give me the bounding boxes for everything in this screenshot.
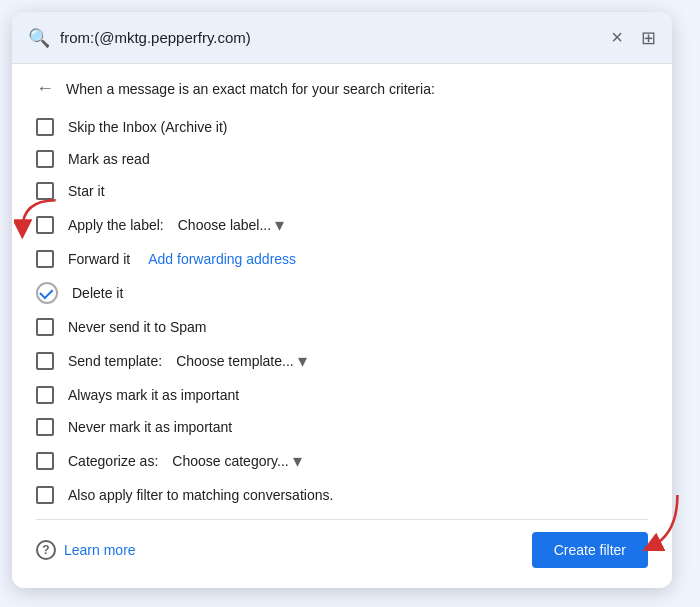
delete-it-label: Delete it xyxy=(72,285,123,301)
learn-more-text: Learn more xyxy=(64,542,136,558)
mark-read-label: Mark as read xyxy=(68,151,150,167)
add-forwarding-address-link[interactable]: Add forwarding address xyxy=(148,251,296,267)
filter-options-list: Skip the Inbox (Archive it) Mark as read… xyxy=(36,111,648,511)
mark-read-checkbox[interactable] xyxy=(36,150,54,168)
apply-label-text: Apply the label: xyxy=(68,217,164,233)
skip-inbox-label: Skip the Inbox (Archive it) xyxy=(68,119,228,135)
filter-body: ← When a message is an exact match for y… xyxy=(12,64,672,588)
never-important-checkbox[interactable] xyxy=(36,418,54,436)
label-dropdown[interactable]: Choose label... ▾ xyxy=(178,214,284,236)
template-dropdown-text: Choose template... xyxy=(176,353,294,369)
filter-dialog: 🔍 × ⊞ ← When a message is an exact match… xyxy=(12,12,672,588)
filter-options-icon[interactable]: ⊞ xyxy=(641,27,656,49)
list-item: Never send it to Spam xyxy=(36,311,648,343)
never-important-label: Never mark it as important xyxy=(68,419,232,435)
back-button[interactable]: ← xyxy=(36,78,54,99)
list-item: Never mark it as important xyxy=(36,411,648,443)
categorize-as-text: Categorize as: xyxy=(68,453,158,469)
delete-it-checkbox[interactable] xyxy=(36,282,58,304)
list-item: Star it xyxy=(36,175,648,207)
list-item: Also apply filter to matching conversati… xyxy=(36,479,648,511)
create-filter-button[interactable]: Create filter xyxy=(532,532,648,568)
never-spam-checkbox[interactable] xyxy=(36,318,54,336)
category-dropdown[interactable]: Choose category... ▾ xyxy=(172,450,301,472)
apply-label-checkbox[interactable] xyxy=(36,216,54,234)
list-item: Skip the Inbox (Archive it) xyxy=(36,111,648,143)
also-apply-checkbox[interactable] xyxy=(36,486,54,504)
star-it-checkbox[interactable] xyxy=(36,182,54,200)
category-dropdown-text: Choose category... xyxy=(172,453,288,469)
list-item: Always mark it as important xyxy=(36,379,648,411)
always-important-checkbox[interactable] xyxy=(36,386,54,404)
list-item: Apply the label: Choose label... ▾ xyxy=(36,207,648,243)
skip-inbox-checkbox[interactable] xyxy=(36,118,54,136)
categorize-as-checkbox[interactable] xyxy=(36,452,54,470)
always-important-label: Always mark it as important xyxy=(68,387,239,403)
filter-header: ← When a message is an exact match for y… xyxy=(36,64,648,111)
help-icon: ? xyxy=(36,540,56,560)
learn-more-link[interactable]: ? Learn more xyxy=(36,540,136,560)
label-dropdown-text: Choose label... xyxy=(178,217,271,233)
filter-footer: ? Learn more Create filter xyxy=(36,519,648,572)
send-template-checkbox[interactable] xyxy=(36,352,54,370)
list-item: Mark as read xyxy=(36,143,648,175)
template-dropdown-arrow: ▾ xyxy=(298,350,307,372)
close-icon[interactable]: × xyxy=(607,22,627,53)
list-item: Send template: Choose template... ▾ xyxy=(36,343,648,379)
filter-header-text: When a message is an exact match for you… xyxy=(66,81,435,97)
template-dropdown[interactable]: Choose template... ▾ xyxy=(176,350,307,372)
forward-it-label: Forward it xyxy=(68,251,130,267)
list-item: Delete it xyxy=(36,275,648,311)
star-it-label: Star it xyxy=(68,183,105,199)
search-input[interactable] xyxy=(60,29,597,46)
search-bar: 🔍 × ⊞ xyxy=(12,12,672,64)
list-item: Forward it Add forwarding address xyxy=(36,243,648,275)
label-dropdown-arrow: ▾ xyxy=(275,214,284,236)
search-icon: 🔍 xyxy=(28,27,50,49)
send-template-text: Send template: xyxy=(68,353,162,369)
forward-it-checkbox[interactable] xyxy=(36,250,54,268)
category-dropdown-arrow: ▾ xyxy=(293,450,302,472)
never-spam-label: Never send it to Spam xyxy=(68,319,207,335)
also-apply-label: Also apply filter to matching conversati… xyxy=(68,487,333,503)
list-item: Categorize as: Choose category... ▾ xyxy=(36,443,648,479)
